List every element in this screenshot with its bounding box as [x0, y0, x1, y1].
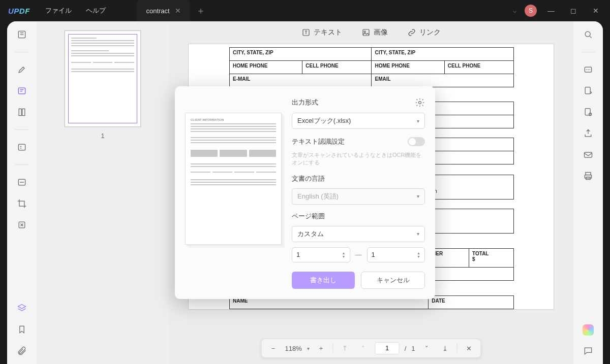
page-input[interactable]: [375, 342, 400, 354]
page-total: 1: [411, 345, 415, 352]
svg-rect-15: [585, 152, 592, 157]
gear-icon[interactable]: [415, 97, 425, 108]
svg-rect-8: [363, 29, 369, 36]
tab-label: contract: [146, 7, 169, 15]
ocr-toggle[interactable]: [408, 137, 425, 146]
form-icon[interactable]: [16, 141, 28, 153]
close-zoombar-button[interactable]: ✕: [463, 342, 476, 355]
svg-rect-16: [586, 173, 591, 175]
print-icon[interactable]: [582, 170, 594, 182]
dialog-preview: CLIENT INFORMATION: [185, 113, 282, 245]
thumbnail-page-number: 1: [101, 132, 104, 140]
range-label: ページ範囲: [292, 212, 425, 221]
svg-point-10: [585, 31, 590, 37]
zoom-in-button[interactable]: ＋: [315, 342, 328, 355]
highlight-icon[interactable]: [16, 63, 28, 76]
tab-contract[interactable]: contract ✕: [137, 0, 190, 21]
cancel-button[interactable]: キャンセル: [361, 272, 425, 289]
svg-rect-3: [22, 109, 25, 115]
tab-blank[interactable]: [117, 0, 137, 21]
protect-icon[interactable]: [582, 106, 594, 118]
edit-tabs: テキスト 画像 リンク: [301, 21, 441, 44]
export-dialog: CLIENT INFORMATION 出力形式 Excelブック(.xlsx)▾…: [175, 86, 435, 299]
edit-text-icon[interactable]: [16, 85, 28, 97]
tab-add-button[interactable]: ＋: [190, 5, 211, 17]
svg-rect-4: [18, 144, 25, 150]
ocr-icon[interactable]: [582, 63, 594, 76]
bookmark-icon[interactable]: [16, 323, 28, 336]
close-button[interactable]: ✕: [585, 0, 607, 21]
range-from-input[interactable]: 1▲▼: [292, 247, 350, 262]
ai-icon[interactable]: [583, 324, 594, 336]
first-page-button[interactable]: ⤒: [339, 342, 352, 355]
avatar[interactable]: S: [525, 5, 537, 17]
minimize-button[interactable]: —: [540, 0, 562, 21]
format-label: 出力形式: [292, 98, 318, 107]
svg-point-19: [419, 102, 421, 104]
svg-rect-12: [585, 87, 590, 94]
language-select[interactable]: English (英語)▾: [292, 188, 425, 205]
right-rail: [573, 21, 603, 364]
svg-point-9: [364, 31, 365, 32]
titlebar: UPDF ファイル ヘルプ contract ✕ ＋ ⌵ S — ◻ ✕: [0, 0, 610, 21]
maximize-button[interactable]: ◻: [562, 0, 585, 21]
tab-bar: contract ✕ ＋: [117, 0, 211, 21]
attachment-icon[interactable]: [16, 345, 28, 357]
crop-icon[interactable]: [16, 197, 28, 210]
cell-city-1: CITY, STATE, ZIP: [230, 48, 372, 61]
edit-tab-link[interactable]: リンク: [407, 28, 441, 37]
zoom-out-button[interactable]: −: [266, 342, 280, 355]
export-button[interactable]: 書き出し: [292, 272, 355, 289]
menu-help[interactable]: ヘルプ: [79, 6, 113, 15]
share-icon[interactable]: [582, 127, 594, 140]
language-label: 文書の言語: [292, 174, 425, 183]
layers-icon[interactable]: [16, 302, 28, 314]
edit-tab-text[interactable]: テキスト: [301, 28, 342, 37]
redact-icon[interactable]: [16, 176, 28, 188]
pages-icon[interactable]: [16, 106, 28, 118]
next-page-button[interactable]: ˅: [420, 342, 434, 355]
ocr-label: テキスト認識設定: [292, 137, 345, 146]
zoom-bar: − 118% ▾ ＋ ⤒ ˄ /1 ˅ ⤓ ✕: [261, 339, 481, 358]
svg-rect-2: [19, 109, 21, 115]
range-dash: —: [355, 251, 362, 258]
close-icon[interactable]: ✕: [175, 7, 181, 15]
format-select[interactable]: Excelブック(.xlsx)▾: [292, 113, 425, 129]
menu-file[interactable]: ファイル: [38, 6, 79, 15]
edit-tab-image[interactable]: 画像: [361, 28, 388, 37]
svg-rect-13: [585, 109, 590, 115]
thumbnail-page-1[interactable]: [65, 30, 141, 127]
comment-icon[interactable]: [582, 345, 594, 357]
svg-rect-1: [18, 88, 25, 94]
range-to-input[interactable]: 1▲▼: [367, 247, 425, 262]
email-icon[interactable]: [582, 149, 594, 161]
compress-icon[interactable]: [16, 219, 28, 231]
reader-icon[interactable]: [16, 28, 28, 41]
thumbnail-panel: 1: [37, 21, 169, 364]
chevron-down-icon[interactable]: ⌵: [513, 7, 516, 14]
convert-icon[interactable]: [582, 85, 594, 97]
left-rail: [7, 21, 37, 364]
search-icon[interactable]: [582, 28, 594, 41]
ocr-hint: 文章がスキャンされているようなときはOCR機能をオンにする: [292, 151, 425, 167]
prev-page-button[interactable]: ˄: [357, 342, 370, 355]
cell-city-2: CITY, STATE, ZIP: [372, 48, 514, 61]
app-logo: UPDF: [0, 7, 38, 15]
zoom-value[interactable]: 118%: [285, 345, 301, 352]
last-page-button[interactable]: ⤓: [439, 342, 452, 355]
range-select[interactable]: カスタム▾: [292, 226, 425, 242]
